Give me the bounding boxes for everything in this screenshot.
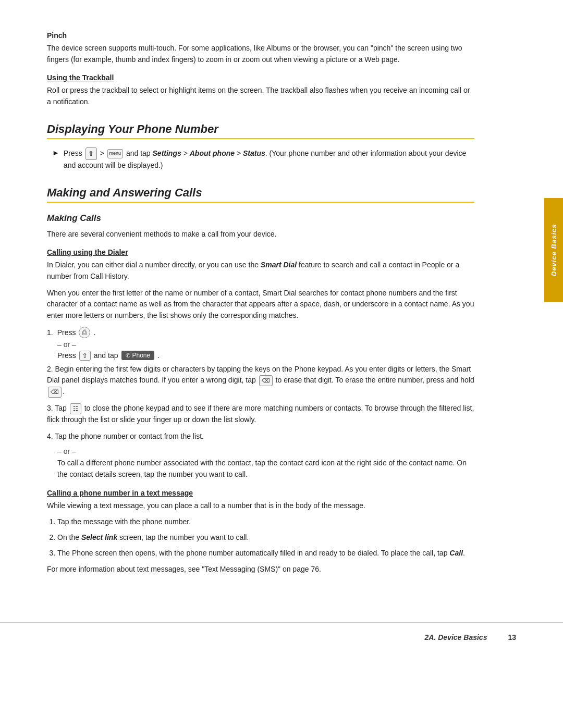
step1b-and-tap: and tap — [94, 351, 118, 360]
display-phone-heading: Displaying Your Phone Number — [47, 122, 474, 139]
making-calls-section: Making Calls There are several convenien… — [47, 213, 474, 240]
text-message-body: While viewing a text message, you can pl… — [47, 500, 474, 512]
display-phone-bullet: ► Press ⇧ > menu and tap Settings > Abou… — [47, 147, 474, 171]
erase-icon: ⌫ — [259, 375, 273, 386]
step3-container: 3. Tap ☷ to close the phone keypad and t… — [47, 403, 474, 426]
phone-btn-icon: ✆ — [126, 352, 130, 359]
step1-line: 1. Press ⎙ . — [47, 327, 474, 338]
footer-label: 2A. Device Basics — [425, 633, 487, 641]
step1-period: . — [93, 328, 95, 337]
home-key2-icon: ⇧ — [79, 351, 91, 361]
step1-or: – or – — [57, 340, 474, 349]
making-answering-section: Making and Answering Calls — [47, 186, 474, 203]
sidebar-tab: Device Basics — [544, 198, 563, 302]
erase-hold-icon: ⌫ — [48, 387, 62, 398]
grid-icon: ☷ — [70, 403, 81, 414]
phone-btn-label: Phone — [132, 352, 151, 359]
making-answering-heading: Making and Answering Calls — [47, 186, 474, 203]
text-message-heading: Calling a phone number in a text message — [47, 489, 474, 497]
step3-text: 3. Tap ☷ to close the phone keypad and t… — [47, 403, 474, 426]
step4-text: 4. Tap the phone number or contact from … — [47, 431, 474, 442]
sidebar-label: Device Basics — [550, 224, 558, 276]
dialer-heading: Calling using the Dialer — [47, 248, 474, 256]
footer-page-number: 13 — [508, 633, 516, 641]
call-key-icon: ⎙ — [79, 327, 90, 338]
bullet-arrow-icon: ► — [52, 149, 59, 157]
text-message-footer-note: For more information about text messages… — [47, 564, 474, 575]
text-step2: On the Select link screen, tap the numbe… — [57, 532, 474, 544]
step1b-line: Press ⇧ and tap ✆ Phone . — [57, 351, 474, 361]
menu-key-icon: menu — [107, 149, 124, 158]
display-phone-section: Displaying Your Phone Number ► Press ⇧ >… — [47, 122, 474, 171]
pinch-heading: Pinch — [47, 31, 474, 40]
text-message-call-section: Calling a phone number in a text message… — [47, 489, 474, 575]
trackball-heading: Using the Trackball — [47, 73, 474, 82]
press-label: Press — [64, 149, 82, 157]
pinch-section: Pinch The device screen supports multi-t… — [47, 31, 474, 65]
step4-container: 4. Tap the phone number or contact from … — [47, 431, 474, 480]
step1-press: Press — [57, 328, 76, 337]
home-key-icon: ⇧ — [85, 147, 97, 160]
dialer-section: Calling using the Dialer In Dialer, you … — [47, 248, 474, 480]
step2-container: 2. Begin entering the first few digits o… — [47, 364, 474, 398]
step4b-text: To call a different phone number associa… — [47, 458, 474, 480]
text-step3: The Phone screen then opens, with the ph… — [57, 548, 474, 559]
dialer-para1: In Dialer, you can either dial a number … — [47, 260, 474, 282]
text-step1: Tap the message with the phone number. — [57, 516, 474, 528]
phone-button: ✆ Phone — [121, 351, 155, 360]
step1-number: 1. — [47, 328, 53, 337]
making-calls-heading: Making Calls — [47, 213, 474, 224]
trackball-body: Roll or press the trackball to select or… — [47, 85, 474, 107]
making-calls-body: There are several convenient methods to … — [47, 229, 474, 240]
display-phone-content: Press ⇧ > menu and tap Settings > About … — [64, 147, 474, 171]
trackball-section: Using the Trackball Roll or press the tr… — [47, 73, 474, 107]
step1b-press: Press — [57, 351, 76, 360]
step4-or: – or – — [57, 447, 474, 455]
text-message-steps: Tap the message with the phone number. O… — [47, 516, 474, 559]
display-phone-continue: and tap Settings > About phone > Status.… — [64, 149, 466, 169]
step2-text: 2. Begin entering the first few digits o… — [47, 364, 474, 398]
page-footer: 2A. Device Basics 13 — [0, 622, 563, 652]
dialer-para2: When you enter the first letter of the n… — [47, 288, 474, 322]
step1b-period: . — [157, 351, 160, 360]
arrow-separator: > — [100, 149, 106, 157]
pinch-body: The device screen supports multi-touch. … — [47, 43, 474, 65]
